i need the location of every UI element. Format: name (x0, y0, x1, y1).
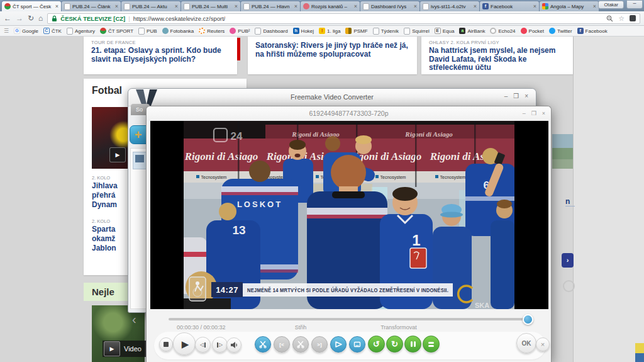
tab-close-icon[interactable]: × (235, 3, 238, 9)
carousel-left-icon[interactable]: ‹ (132, 313, 136, 325)
bookmark-label: Echo24 (498, 28, 515, 34)
bookmark-label: Reuters (207, 28, 225, 34)
bookmark-label: Týdeník (381, 28, 399, 34)
article-title[interactable]: Jihlava přehrá Dynam (92, 181, 131, 210)
frame-capture-button[interactable] (349, 336, 365, 353)
flip-vertical-button[interactable] (423, 336, 440, 353)
browser-tab[interactable]: fFacebook× (479, 1, 540, 11)
bookmark-item[interactable]: fFacebook (577, 28, 608, 34)
bookmark-item[interactable]: ČČTK (43, 28, 62, 34)
extension-icon[interactable] (630, 15, 636, 21)
bookmark-star-icon[interactable]: ☆ (618, 14, 625, 23)
stop-button[interactable] (159, 337, 173, 351)
browser-tab[interactable]: Rozpis kanálů –× (300, 1, 360, 11)
bookmark-item[interactable]: hHokej (293, 28, 314, 34)
play-icon[interactable]: ▶ (109, 147, 126, 162)
bookmark-item[interactable]: GGoogle (14, 28, 38, 34)
cut-selection-button[interactable] (292, 336, 309, 353)
bookmark-item[interactable]: PSMF (345, 28, 367, 34)
bookmark-item[interactable]: aAirBank (459, 28, 485, 34)
bookmark-item[interactable]: Pocket (521, 28, 544, 34)
step-forward-button[interactable]: ▷ (212, 337, 228, 353)
browser-tab[interactable]: PUB.24 — Aktu× (121, 1, 181, 11)
minimize-icon[interactable]: – (504, 93, 508, 99)
browser-tab[interactable]: PUB.24 — Multi× (180, 1, 241, 11)
seek-handle[interactable] (523, 314, 533, 325)
tab-close-icon[interactable]: × (474, 3, 477, 9)
right-column-link[interactable]: n (565, 197, 575, 206)
bookmark-item[interactable]: Reuters (199, 28, 225, 34)
tab-close-icon[interactable]: × (354, 3, 357, 9)
flip-vertical-icon (428, 342, 434, 347)
back-icon[interactable]: ← (4, 14, 11, 22)
article-card-3[interactable]: OHLASY 2. KOLA PRVNÍ LIGY Na hattrick js… (421, 37, 573, 74)
preview-button[interactable] (330, 336, 347, 353)
address-bar[interactable]: ČESKÁ TELEVIZE [CZ] | https://www.ceskat… (47, 13, 640, 24)
bookmark-item[interactable]: Týdeník (373, 28, 399, 35)
url-text[interactable]: https://www.ceskatelevize.cz/sport/ (133, 15, 226, 22)
cut-start-button[interactable]: [< (274, 336, 290, 353)
bookmarks-menu-icon[interactable]: ☰ (4, 28, 9, 34)
cancel-button[interactable]: × (536, 337, 550, 351)
ok-button[interactable]: OK (516, 333, 536, 353)
close-icon[interactable]: × (525, 93, 528, 99)
play-icon[interactable]: ▶ (104, 341, 120, 356)
ctsport-favicon (4, 3, 11, 9)
minimize-icon[interactable]: – (523, 110, 526, 116)
browser-tab[interactable]: Dashboard iVys× (360, 1, 420, 11)
more-button[interactable]: › (562, 253, 574, 268)
flip-horizontal-button[interactable] (404, 336, 421, 353)
play-button[interactable]: ▶ (173, 332, 196, 355)
maximize-icon[interactable]: ❒ (531, 110, 536, 116)
tab-close-icon[interactable]: × (55, 3, 58, 9)
mute-button[interactable] (226, 337, 242, 353)
bookmark-item[interactable]: !1. liga (319, 28, 340, 34)
player-titlebar[interactable]: 61924494877473303-720p (147, 106, 551, 121)
right-column-image[interactable] (552, 134, 573, 169)
rotate-ccw-button[interactable]: ↺ (368, 336, 385, 353)
bookmark-item[interactable]: Twitter (549, 28, 572, 34)
home-icon[interactable]: ⌂ (38, 14, 43, 22)
bookmark-item[interactable]: Squirrel (404, 28, 430, 35)
article-title[interactable]: Na hattrick jsem myslel, ale nejsem Davi… (429, 47, 565, 72)
article-card-2[interactable]: Satoranský: Rivers je jiný typ hráče než… (248, 37, 417, 74)
browser-tab[interactable]: ivys-st11-4.o2tv× (419, 1, 480, 11)
file-list-item[interactable] (133, 152, 147, 169)
tab-close-icon[interactable]: × (115, 3, 118, 9)
bookmark-item[interactable]: ČT SPORT (100, 28, 133, 34)
zoom-icon[interactable] (606, 15, 613, 22)
article-title[interactable]: Satoranský: Rivers je jiný typ hráče než… (255, 42, 409, 59)
article-title[interactable]: 21. etapa: Oslavy a sprint. Kdo bude sla… (91, 47, 230, 64)
profile-button[interactable]: Otakar (598, 1, 624, 9)
tab-close-icon[interactable]: × (414, 3, 417, 9)
close-icon[interactable]: × (542, 110, 545, 116)
article-card-1[interactable]: TOUR DE FRANCE 21. etapa: Oslavy a sprin… (84, 37, 237, 74)
tab-close-icon[interactable]: × (294, 3, 297, 9)
bookmark-item[interactable]: PUB² (230, 28, 250, 34)
window-minimize-button[interactable]: – (626, 0, 643, 9)
step-back-button[interactable]: ◁ (195, 337, 211, 353)
tab-close-icon[interactable]: × (175, 3, 178, 9)
video-thumbnail[interactable]: ▶ Video (92, 305, 145, 362)
cut-tool-button[interactable] (255, 336, 271, 353)
browser-tab[interactable]: ČT sport — Česk× (1, 1, 62, 11)
reload-icon[interactable]: ↻ (28, 14, 34, 22)
maximize-icon[interactable]: ❒ (513, 93, 519, 99)
bookmark-item[interactable]: Echo24 (490, 28, 515, 34)
cut-end-button[interactable]: >] (311, 336, 328, 353)
bookmark-item[interactable]: Agentury (67, 28, 95, 35)
bookmark-item[interactable]: Dashboard (255, 28, 287, 35)
seek-bar[interactable] (169, 318, 530, 320)
freemake-titlebar[interactable]: Freemake Video Converter (128, 89, 536, 106)
forward-icon[interactable]: → (16, 14, 23, 22)
rotate-cw-button[interactable]: ↻ (386, 336, 403, 353)
bookmark-item[interactable]: Fotobanka (162, 28, 194, 34)
tab-close-icon[interactable]: × (533, 3, 536, 9)
article-title[interactable]: Sparta okamž Jablon (92, 225, 131, 253)
bookmark-item[interactable]: PUB (138, 28, 157, 35)
browser-tab[interactable]: PUB.24 — Hlavn× (240, 1, 301, 11)
bookmark-item[interactable]: EEqua (435, 28, 455, 34)
tab-close-icon[interactable]: × (593, 3, 596, 9)
browser-tab[interactable]: Angola – Mapy× (539, 1, 599, 11)
browser-tab[interactable]: PUB.24 — Článk× (61, 1, 121, 11)
